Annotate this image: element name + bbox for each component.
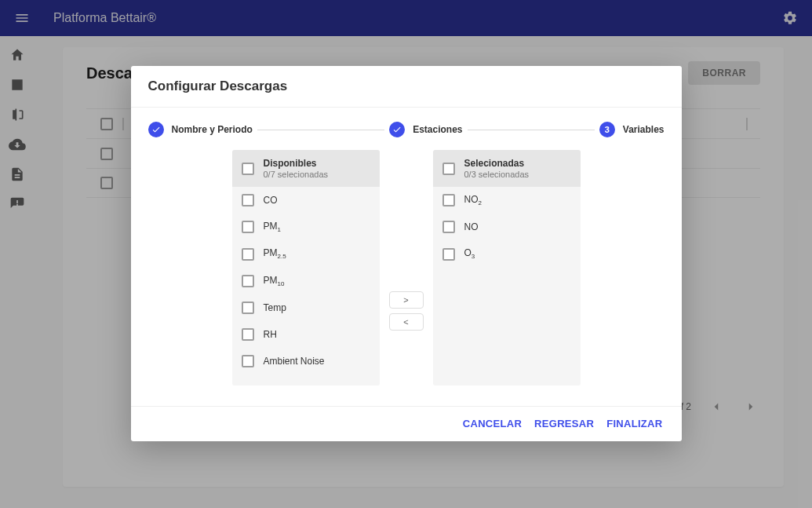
- item-label: CO: [264, 195, 278, 206]
- modal-overlay: Configurar Descargas Nombre y Periodo Es…: [0, 0, 812, 508]
- item-checkbox[interactable]: [242, 248, 254, 261]
- available-select-all[interactable]: [242, 163, 254, 175]
- list-item[interactable]: CO: [232, 187, 380, 214]
- item-checkbox[interactable]: [442, 194, 455, 206]
- step-connector: [468, 130, 595, 130]
- step-number-icon: 3: [599, 122, 615, 137]
- list-item[interactable]: PM1: [232, 214, 380, 240]
- item-label: NO: [464, 221, 479, 232]
- step-label: Variables: [623, 124, 665, 135]
- available-subtitle: 0/7 selecionadas: [264, 170, 329, 179]
- step-name-period: Nombre y Periodo: [148, 122, 253, 137]
- list-item[interactable]: PM2.5: [232, 240, 380, 267]
- step-stations: Estaciones: [389, 122, 462, 137]
- finish-button[interactable]: FINALIZAR: [606, 418, 662, 429]
- list-item[interactable]: PM10: [232, 268, 380, 294]
- item-checkbox[interactable]: [242, 194, 254, 206]
- selected-list: Selecionadas 0/3 selecionadas NO2NOO3: [433, 150, 581, 386]
- item-label: PM10: [264, 275, 285, 287]
- move-right-button[interactable]: >: [389, 291, 424, 309]
- list-item[interactable]: Ambient Noise: [232, 348, 380, 375]
- check-icon: [148, 122, 164, 137]
- step-label: Nombre y Periodo: [172, 124, 253, 135]
- item-checkbox[interactable]: [242, 328, 254, 341]
- item-label: PM1: [264, 221, 281, 233]
- stepper: Nombre y Periodo Estaciones 3 Variables: [131, 108, 682, 145]
- selected-select-all[interactable]: [442, 163, 455, 175]
- item-label: NO2: [464, 194, 482, 206]
- item-label: PM2.5: [264, 247, 286, 260]
- available-list: Disponibles 0/7 selecionadas COPM1PM2.5P…: [232, 150, 380, 386]
- list-item[interactable]: NO2: [433, 187, 581, 214]
- item-checkbox[interactable]: [442, 248, 455, 261]
- selected-title: Selecionadas: [464, 158, 530, 169]
- item-checkbox[interactable]: [442, 221, 455, 233]
- item-checkbox[interactable]: [242, 302, 254, 314]
- configure-downloads-dialog: Configurar Descargas Nombre y Periodo Es…: [131, 66, 682, 441]
- selected-subtitle: 0/3 selecionadas: [464, 170, 530, 179]
- list-item[interactable]: NO: [433, 214, 581, 240]
- item-label: RH: [264, 329, 277, 340]
- available-header: Disponibles 0/7 selecionadas: [232, 150, 380, 187]
- check-icon: [389, 122, 405, 137]
- step-label: Estaciones: [413, 124, 462, 135]
- list-item[interactable]: RH: [232, 321, 380, 348]
- available-title: Disponibles: [264, 158, 329, 169]
- step-variables: 3 Variables: [599, 122, 665, 137]
- item-checkbox[interactable]: [242, 275, 254, 287]
- step-connector: [257, 130, 384, 130]
- move-left-button[interactable]: <: [389, 313, 424, 331]
- item-checkbox[interactable]: [242, 355, 254, 367]
- list-item[interactable]: Temp: [232, 294, 380, 321]
- item-label: O3: [464, 247, 475, 260]
- dialog-title: Configurar Descargas: [131, 66, 682, 107]
- back-button[interactable]: REGRESAR: [534, 418, 594, 429]
- list-item[interactable]: O3: [433, 240, 581, 267]
- item-label: Ambient Noise: [264, 356, 325, 367]
- item-label: Temp: [264, 302, 286, 313]
- selected-header: Selecionadas 0/3 selecionadas: [433, 150, 581, 187]
- item-checkbox[interactable]: [242, 221, 254, 233]
- cancel-button[interactable]: CANCELAR: [463, 418, 522, 429]
